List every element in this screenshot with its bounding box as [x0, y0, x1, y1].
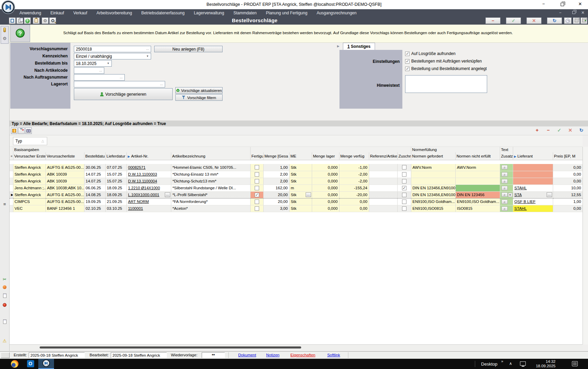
row-cancel-button[interactable]: ✕	[567, 127, 574, 134]
auftragsnummer-lookup-button[interactable]: …	[119, 75, 124, 80]
lieferant-lookup-button[interactable]: …	[547, 192, 552, 197]
cell-referenz[interactable]	[369, 198, 397, 205]
cell-bezeichnung[interactable]: *Hommel-Etamic C505, Nr 100705...	[171, 164, 250, 171]
cell-preis[interactable]: 0,00	[553, 171, 583, 178]
group-by-typ[interactable]: Typ △	[13, 137, 47, 145]
zuschnitt-checkbox[interactable]	[402, 172, 406, 177]
cell-normen_nicht_erfuellt[interactable]	[455, 178, 500, 184]
cell-verursacherliste[interactable]: AUFTG E AG25-00...	[45, 198, 84, 205]
menu-item-lagerverwaltung[interactable]: Lagerverwaltung	[194, 9, 224, 15]
cell-verursacher[interactable]: Steffen Angrick	[13, 191, 45, 198]
column-header-menge_lager[interactable]: Menge lager	[312, 152, 339, 160]
cell-menge_verfueg[interactable]: -2,00	[339, 171, 369, 178]
grid-search-button[interactable]	[25, 127, 32, 134]
cell-normen_gefordert[interactable]	[411, 178, 455, 184]
table-row[interactable]: Steffen AngrickABK 1003914.07.2515.07.25…	[10, 178, 583, 184]
sidebar-settings-button[interactable]: ⚙	[1, 35, 8, 42]
cell-menge_gesamt[interactable]: 20,00	[263, 198, 289, 205]
record-confirm-button[interactable]: ✓	[506, 17, 521, 24]
cell-referenz[interactable]	[369, 191, 397, 198]
cell-bestelldatum[interactable]: 14.08.25	[84, 191, 105, 198]
new-window-button[interactable]	[9, 17, 16, 24]
cell-bestelldatum[interactable]: 14.07.25	[84, 171, 105, 178]
checkbox-icon[interactable]	[405, 52, 410, 56]
fertigung-checkbox[interactable]	[255, 186, 259, 190]
package-go-button[interactable]	[580, 17, 587, 24]
cell-lieferant[interactable]	[513, 171, 553, 178]
cell-verursacher[interactable]: Steffen Angrick	[13, 164, 45, 171]
cell-fertigung[interactable]	[250, 164, 263, 171]
cell-zuschnitt[interactable]	[397, 191, 411, 198]
column-header-gutter[interactable]: ≡	[10, 152, 13, 160]
menu-item-verkauf[interactable]: Verkauf	[73, 9, 87, 15]
cell-zusatztext[interactable]: a	[500, 198, 513, 205]
cell-normen_nicht_erfuellt[interactable]	[455, 184, 500, 191]
clipboard-button[interactable]	[33, 17, 40, 24]
zusatztext-button[interactable]: a	[502, 165, 508, 169]
desktop-toolbar[interactable]: Desktop	[481, 361, 497, 367]
column-header-lieferdatum[interactable]: Lieferdatur	[105, 152, 126, 160]
zuschnitt-checkbox[interactable]	[402, 206, 406, 211]
column-header-bezeichnung[interactable]: Artikelbezeichnung	[171, 152, 250, 160]
cell-artikel_nr[interactable]: D.W.13.1100003	[126, 171, 171, 178]
mdi-minimize-button[interactable]: −	[559, 10, 561, 15]
copy-button[interactable]	[16, 17, 23, 24]
cell-bestelldatum[interactable]: 14.07.25	[84, 178, 105, 184]
zusatztext-button[interactable]: a	[502, 200, 508, 204]
cell-lieferdatum[interactable]: 21.09.25	[105, 198, 126, 205]
kennzeichen-dropdown-icon[interactable]: ▾	[145, 54, 150, 58]
row-delete-button[interactable]: −	[545, 127, 551, 134]
fertigung-checkbox[interactable]	[255, 179, 259, 183]
wiedervorlage-field[interactable]: **	[202, 352, 225, 358]
cell-preis[interactable]: 0,00	[553, 164, 583, 171]
column-header-menge_verfueg[interactable]: Menge verfüg	[339, 152, 369, 160]
toolbar-more-icon[interactable]: »	[501, 359, 503, 363]
zusatztext-button[interactable]: a	[502, 186, 508, 190]
cell-referenz[interactable]	[369, 171, 397, 178]
cell-bezeichnung[interactable]: *L-Profil Silberstahl*	[171, 191, 250, 198]
cell-verursacherliste[interactable]: AUFTG E AG25-00...	[45, 191, 84, 198]
record-button[interactable]	[1, 302, 8, 309]
cell-normen_gefordert[interactable]: EN9100,ISO0815	[411, 205, 455, 212]
fertigung-checkbox[interactable]	[255, 172, 259, 177]
cell-fertigung[interactable]	[250, 178, 263, 184]
cell-normen_gefordert[interactable]: DIN EN 123456,EN9100	[411, 184, 455, 191]
artikel_nr-lookup-button[interactable]: …	[165, 192, 170, 197]
key-button[interactable]	[1, 27, 8, 34]
cell-lieferdatum[interactable]: 18.09.25	[105, 184, 126, 191]
bestelldatum-input[interactable]: 18.10.2025 ▾	[74, 60, 112, 67]
cell-menge_lager[interactable]: 0,000	[312, 171, 339, 178]
grid-filter-clear-button[interactable]	[18, 127, 25, 134]
cell-verursacherliste[interactable]: ABK 10039	[45, 171, 84, 178]
column-header-verursacher[interactable]: Verursacher Erste	[13, 152, 45, 160]
checkbox-icon[interactable]	[405, 67, 410, 71]
row-add-button[interactable]: +	[534, 127, 540, 134]
zusatztext-button[interactable]: a	[502, 172, 508, 177]
cell-verursacher[interactable]: Steffen Angrick	[13, 178, 45, 184]
table-row[interactable]: CIMPCSAUFTG E AG25-00...19.09.2521.09.25…	[10, 198, 583, 205]
menu-item-planung-und-fertigung[interactable]: Planung und Fertigung	[266, 9, 307, 15]
cell-verursacher[interactable]: Steffen Angrick	[13, 171, 45, 178]
cell-lieferant[interactable]: STAHL	[513, 184, 553, 191]
cell-zusatztext[interactable]: a	[500, 164, 513, 171]
cell-bezeichnung[interactable]: *Dichtung-Einsatz 13 mm*	[171, 171, 250, 178]
column-header-artikel_nr[interactable]: ▶Artikel-Nr.	[126, 152, 171, 160]
mdi-restore-button[interactable]	[567, 10, 575, 15]
cell-verursacherliste[interactable]: ABK 10038;ABK 10...	[45, 184, 84, 191]
cell-fertigung[interactable]	[250, 171, 263, 178]
cell-menge_verfueg[interactable]: 0,00	[339, 198, 369, 205]
vertical-scrollbar[interactable]	[583, 147, 588, 344]
checkbox-icon[interactable]	[405, 59, 410, 64]
cut-button[interactable]: ✂	[1, 276, 8, 283]
mdi-close-button[interactable]: ✕	[581, 10, 585, 15]
cell-normen_gefordert[interactable]	[411, 171, 455, 178]
zuschnitt-checkbox[interactable]	[402, 200, 406, 204]
cell-normen_nicht_erfuellt[interactable]: EN9100,ISO Goldham...	[455, 198, 500, 205]
table-row[interactable]: Steffen AngrickABK 1003914.07.2515.07.25…	[10, 171, 583, 178]
zusatztext-button[interactable]: a	[502, 206, 508, 211]
zusatztext-button[interactable]: a	[502, 192, 508, 197]
notification-center-icon[interactable]	[572, 361, 578, 366]
artikelcode-input[interactable]: …	[74, 67, 104, 74]
cell-bestelldatum[interactable]: 30.06.25	[84, 164, 105, 171]
table-row[interactable]: Jens Achtmann ;...ABK 10038;ABK 10...06.…	[10, 184, 583, 191]
